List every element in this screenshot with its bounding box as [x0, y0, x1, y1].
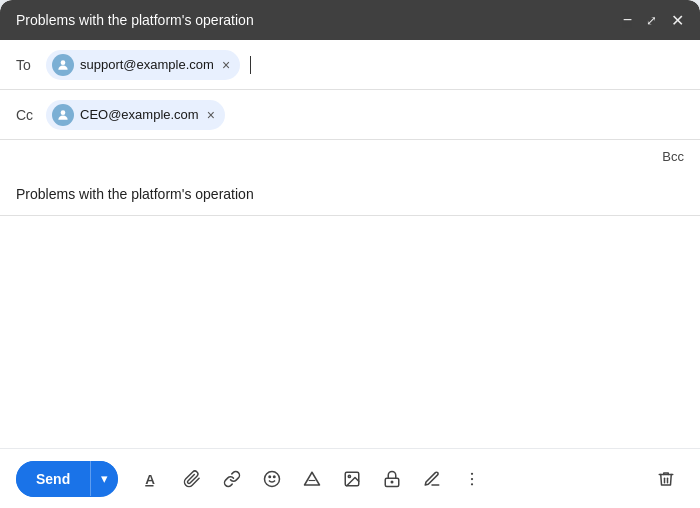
svg-point-11 — [391, 481, 393, 483]
to-remove-button[interactable]: × — [222, 58, 230, 72]
text-cursor — [250, 56, 251, 74]
close-button[interactable]: ✕ — [671, 11, 684, 30]
send-button[interactable]: Send — [16, 461, 90, 497]
toolbar: Send ▾ A — [0, 448, 700, 508]
svg-text:A: A — [145, 471, 155, 486]
to-chips: support@example.com × — [46, 50, 684, 80]
link-icon — [223, 470, 241, 488]
cc-email: CEO@example.com — [80, 107, 199, 122]
svg-point-14 — [471, 483, 473, 485]
emoji-icon — [263, 470, 281, 488]
format-text-icon: A — [143, 470, 161, 488]
bcc-row: Bcc — [0, 140, 700, 172]
lock-button[interactable] — [374, 461, 410, 497]
window-title: Problems with the platform's operation — [16, 12, 254, 28]
drive-button[interactable] — [294, 461, 330, 497]
link-button[interactable] — [214, 461, 250, 497]
svg-point-6 — [274, 476, 276, 478]
photo-icon — [343, 470, 361, 488]
cc-label: Cc — [16, 107, 46, 123]
photo-button[interactable] — [334, 461, 370, 497]
svg-point-5 — [269, 476, 271, 478]
compose-area[interactable] — [0, 216, 700, 448]
attach-icon — [183, 470, 201, 488]
cc-remove-button[interactable]: × — [207, 108, 215, 122]
expand-button[interactable]: ⤢ — [646, 13, 657, 28]
subject-row: Problems with the platform's operation — [0, 172, 700, 216]
title-bar-actions: − ⤢ ✕ — [623, 11, 684, 30]
cc-chip: CEO@example.com × — [46, 100, 225, 130]
to-avatar — [52, 54, 74, 76]
delete-button[interactable] — [648, 461, 684, 497]
more-icon — [463, 470, 481, 488]
compose-body: To support@example.com × Cc — [0, 40, 700, 508]
svg-point-0 — [61, 60, 66, 65]
send-btn-group: Send ▾ — [16, 461, 118, 497]
svg-point-9 — [348, 475, 350, 477]
to-chip: support@example.com × — [46, 50, 240, 80]
compose-window: Problems with the platform's operation −… — [0, 0, 700, 508]
title-bar: Problems with the platform's operation −… — [0, 0, 700, 40]
lock-icon — [383, 470, 401, 488]
to-email: support@example.com — [80, 57, 214, 72]
drive-icon — [303, 470, 321, 488]
send-dropdown-button[interactable]: ▾ — [90, 461, 118, 496]
cc-field-row: Cc CEO@example.com × — [0, 90, 700, 140]
minimize-button[interactable]: − — [623, 11, 632, 29]
svg-point-4 — [265, 471, 280, 486]
cc-avatar — [52, 104, 74, 126]
bcc-button[interactable]: Bcc — [662, 149, 684, 164]
format-text-button[interactable]: A — [134, 461, 170, 497]
svg-point-1 — [61, 110, 66, 115]
more-button[interactable] — [454, 461, 490, 497]
attach-button[interactable] — [174, 461, 210, 497]
cc-chips: CEO@example.com × — [46, 100, 684, 130]
svg-point-13 — [471, 477, 473, 479]
to-label: To — [16, 57, 46, 73]
send-dropdown-icon: ▾ — [101, 471, 108, 486]
trash-icon — [657, 470, 675, 488]
svg-point-12 — [471, 472, 473, 474]
emoji-button[interactable] — [254, 461, 290, 497]
to-field-row: To support@example.com × — [0, 40, 700, 90]
subject-field[interactable]: Problems with the platform's operation — [16, 186, 684, 202]
signature-button[interactable] — [414, 461, 450, 497]
pen-icon — [423, 470, 441, 488]
